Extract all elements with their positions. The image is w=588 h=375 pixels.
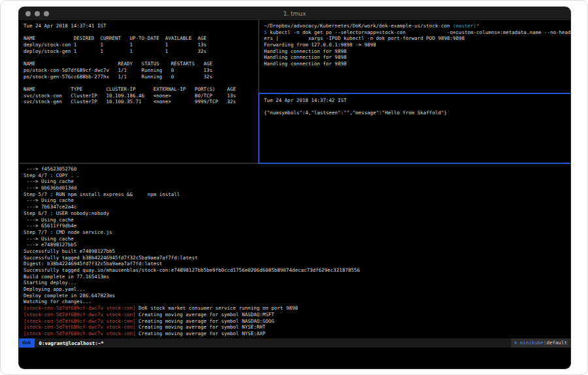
table-header-row: NAME READY STATUS RESTARTS AGE (24, 61, 258, 67)
build-output-line: Successfully tagged b38b42246945fd7f32c5… (24, 255, 570, 261)
tmux-session-name[interactable]: dok (19, 338, 35, 348)
output-line: Handling connection for 9898 (264, 48, 570, 55)
window-titlebar[interactable]: 1. tmux (19, 7, 570, 20)
build-output-line: Step 4/7 : COPY . . (24, 172, 570, 179)
git-branch: (master) (449, 23, 476, 29)
build-output-line: Step 7/7 : CMD node service.js (24, 229, 570, 236)
kube-context-name: minikube (517, 340, 544, 346)
pane-kubectl-watch[interactable]: Tue 24 Apr 2018 14:37:41 IST NAME DESIRE… (19, 20, 258, 163)
build-output-line: Successfully built e74898127bb5 (24, 248, 570, 255)
pod-log-line: [stock-con-5d7df689cf-dwc7v stock-con] D… (24, 305, 570, 312)
table-row: po/stock-con-5d7df689cf-dwc7v 1/1 Runnin… (24, 67, 258, 74)
pod-log-prefix: [stock-con-5d7df689cf-dwc7v stock-con] (24, 318, 136, 324)
command-line: $ kubectl -n dok get po --selector=app=s… (264, 29, 570, 36)
window-title: 1. tmux (19, 7, 570, 20)
pod-log-message: Creating moving average for symbol NASDA… (136, 312, 274, 318)
build-output-line: ---> Using cache (24, 217, 570, 223)
tmux-status-bar: dok 0:vagrant@localhost:~* ⎈minikube:def… (19, 338, 570, 348)
build-output-line: Watching for changes... (24, 299, 570, 305)
table-row: svc/stock-con ClusterIP 10.109.186.46 <n… (24, 93, 258, 99)
kube-context-indicator: ⎈minikube:default (511, 338, 570, 348)
build-output-line: Digest: b38b42246945fd7f32c5ba9aea7af7fd… (24, 261, 570, 267)
pod-log-message: DoK stock market consumer service runnin… (136, 305, 298, 311)
blank-line (264, 104, 570, 110)
build-output-line: ---> 0b636bd013dd (24, 185, 570, 191)
build-output-line: Starting deploy... (24, 280, 570, 286)
table-row: deploy/stock-gen 1 1 1 1 32s (24, 48, 258, 55)
table-header-row: NAME DESIRED CURRENT UP-TO-DATE AVAILABL… (24, 35, 258, 42)
build-output-line: ---> Using cache (24, 236, 570, 242)
output-line: Forwarding from 127.0.0.1:9898 -> 9898 (264, 42, 570, 48)
build-output-line: Deploying app.yaml... (24, 286, 570, 293)
build-output-line: Successfully tagged quay.io/mhausenblas/… (24, 267, 570, 274)
json-response-line: {"numsymbols":4,"lastseen":"","message":… (264, 110, 570, 116)
kube-namespace: :default (544, 340, 567, 346)
build-output-line: Step 5/7 : RUN npm install express && np… (24, 191, 570, 198)
pod-log-line: [stock-con-5d7df689cf-dwc7v stock-con] C… (24, 331, 570, 337)
build-output-line: ---> e74898127bb5 (24, 242, 570, 248)
table-header-row: NAME TYPE CLUSTER-IP EXTERNAL-IP PORT(S)… (24, 86, 258, 93)
terminal-window: 1. tmux Tue 24 Apr 2018 14:37:41 IST NAM… (19, 7, 570, 368)
pod-log-prefix: [stock-con-5d7df689cf-dwc7v stock-con] (24, 305, 136, 311)
build-output-line: Step 6/7 : USER nobody:nobody (24, 210, 570, 217)
table-row: deploy/stock-con 1 1 1 1 13s (24, 42, 258, 48)
build-output-line: ---> Using cache (24, 197, 570, 204)
pod-log-line: [stock-con-5d7df689cf-dwc7v stock-con] C… (24, 318, 570, 325)
git-dirty-marker: * (476, 23, 480, 29)
port-forward-output: Forwarding from 127.0.0.1:9898 -> 9898Ha… (264, 42, 570, 67)
pod-log-message: Creating moving average for symbol NYSE:… (136, 331, 266, 336)
pod-log-prefix: [stock-con-5d7df689cf-dwc7v stock-con] (24, 324, 136, 330)
pane-port-forward[interactable]: ~/Dropbox/advocacy/Kubernetes/DoK/work/d… (259, 20, 570, 93)
command-text: kubectl -n dok get po --selector=app=sto… (267, 29, 570, 35)
command-line-wrap: ers | xargs -IPOD kubectl -n dok port-fo… (264, 35, 570, 42)
build-output-line: Deploy complete in 286.647823ms (24, 293, 570, 299)
kubectl-tables: NAME DESIRED CURRENT UP-TO-DATE AVAILABL… (24, 29, 258, 105)
build-output-line: ---> 65611ff9db4e (24, 223, 570, 229)
build-output-line: Build complete in 77.165413ms (24, 274, 570, 280)
blank-line (24, 29, 258, 36)
output-line: Handling connection for 9898 (264, 61, 570, 67)
pane-skaffold-build[interactable]: ---> f45623052760Step 4/7 : COPY . . ---… (19, 164, 570, 338)
table-row: po/stock-gen-576cc688bb-277hx 1/1 Runnin… (24, 74, 258, 80)
screenshot-frame: 1. tmux Tue 24 Apr 2018 14:37:41 IST NAM… (0, 0, 588, 375)
pod-log-line: [stock-con-5d7df689cf-dwc7v stock-con] C… (24, 312, 570, 318)
pod-log-line: [stock-con-5d7df689cf-dwc7v stock-con] C… (24, 324, 570, 331)
pod-log-message: Creating moving average for symbol NASDA… (136, 318, 274, 324)
shell-path-line: ~/Dropbox/advocacy/Kubernetes/DoK/work/d… (264, 23, 570, 29)
output-line: Handling connection for 9898 (264, 54, 570, 61)
pod-log-message: Creating moving average for symbol NYSE:… (136, 324, 266, 330)
pod-log-prefix: [stock-con-5d7df689cf-dwc7v stock-con] (24, 312, 136, 318)
blank-line (24, 80, 258, 86)
build-output-line: ---> 7b6347ce2a4c (24, 204, 570, 210)
timestamp-line: Tue 24 Apr 2018 14:37:41 IST (24, 23, 258, 29)
build-output-line: ---> f45623052760 (24, 166, 570, 172)
timestamp-line: Tue 24 Apr 2018 14:37:42 IST (264, 97, 570, 104)
blank-line (24, 54, 258, 61)
pane-service-response[interactable]: Tue 24 Apr 2018 14:37:42 IST {"numsymbol… (259, 94, 570, 163)
table-row: svc/stock-gen ClusterIP 10.100.35.71 <no… (24, 99, 258, 105)
pod-log-prefix: [stock-con-5d7df689cf-dwc7v stock-con] (24, 331, 136, 336)
build-output-line: ---> Using cache (24, 178, 570, 185)
cwd-path: ~/Dropbox/advocacy/Kubernetes/DoK/work/d… (264, 23, 449, 29)
tmux-window-label[interactable]: 0:vagrant@localhost:~* (35, 340, 104, 346)
skaffold-output: ---> f45623052760Step 4/7 : COPY . . ---… (24, 166, 570, 337)
